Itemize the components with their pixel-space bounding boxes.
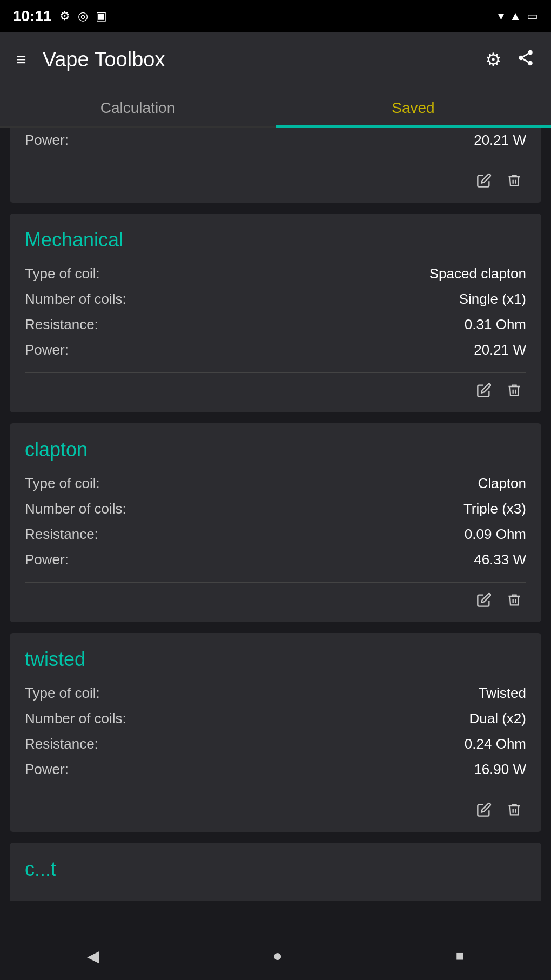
mechanical-card-actions bbox=[25, 373, 526, 412]
clapton-edit-button[interactable] bbox=[476, 592, 492, 611]
partial-power-label: Power: bbox=[25, 132, 69, 149]
twisted-power-row: Power: 16.90 W bbox=[25, 757, 526, 782]
clapton-coil-type-row: Type of coil: Clapton bbox=[25, 471, 526, 496]
status-left: 10:11 ⚙ ◎ ▣ bbox=[13, 8, 107, 25]
card-mechanical-title: Mechanical bbox=[25, 229, 526, 251]
twisted-resistance-row: Resistance: 0.24 Ohm bbox=[25, 731, 526, 757]
mechanical-resistance-label: Resistance: bbox=[25, 316, 98, 333]
settings-button[interactable]: ⚙ bbox=[485, 49, 501, 71]
card-clapton: clapton Type of coil: Clapton Number of … bbox=[10, 423, 541, 622]
at-status-icon: ◎ bbox=[78, 9, 88, 23]
clapton-power-value: 46.33 W bbox=[474, 551, 526, 568]
mechanical-power-row: Power: 20.21 W bbox=[25, 337, 526, 363]
partial-edit-button[interactable] bbox=[476, 173, 492, 192]
tabs: Calculation Saved bbox=[0, 86, 551, 128]
partial-power-row: Power: 20.21 W bbox=[25, 128, 526, 153]
mechanical-coil-type-value: Spaced clapton bbox=[429, 265, 526, 282]
mechanical-delete-button[interactable] bbox=[507, 383, 522, 402]
clapton-delete-button[interactable] bbox=[507, 592, 522, 611]
hamburger-menu-button[interactable]: ≡ bbox=[16, 50, 26, 70]
clapton-resistance-value: 0.09 Ohm bbox=[465, 526, 526, 543]
card-clapton-title: clapton bbox=[25, 438, 526, 461]
clapton-resistance-row: Resistance: 0.09 Ohm bbox=[25, 522, 526, 547]
card-mechanical: Mechanical Type of coil: Spaced clapton … bbox=[10, 214, 541, 412]
mechanical-num-coils-value: Single (x1) bbox=[459, 291, 526, 308]
mechanical-power-value: 20.21 W bbox=[474, 342, 526, 358]
mechanical-coil-type-label: Type of coil: bbox=[25, 265, 100, 282]
clapton-power-row: Power: 46.33 W bbox=[25, 547, 526, 572]
partial-delete-button[interactable] bbox=[507, 173, 522, 192]
app-bar-actions: ⚙ bbox=[485, 49, 535, 71]
app-bar: ≡ Vape Toolbox ⚙ bbox=[0, 32, 551, 86]
twisted-resistance-label: Resistance: bbox=[25, 736, 98, 752]
mechanical-coil-type-row: Type of coil: Spaced clapton bbox=[25, 261, 526, 286]
twisted-num-coils-value: Dual (x2) bbox=[469, 710, 526, 727]
mechanical-resistance-value: 0.31 Ohm bbox=[465, 316, 526, 333]
twisted-power-value: 16.90 W bbox=[474, 761, 526, 778]
app-title: Vape Toolbox bbox=[43, 48, 469, 71]
svg-point-2 bbox=[528, 61, 533, 65]
twisted-coil-type-label: Type of coil: bbox=[25, 685, 100, 702]
battery-icon: ▭ bbox=[527, 9, 538, 23]
twisted-coil-type-row: Type of coil: Twisted bbox=[25, 681, 526, 706]
twisted-num-coils-row: Number of coils: Dual (x2) bbox=[25, 706, 526, 731]
back-button[interactable]: ◀ bbox=[87, 946, 99, 965]
mechanical-edit-button[interactable] bbox=[476, 383, 492, 402]
clapton-num-coils-label: Number of coils: bbox=[25, 501, 126, 517]
svg-point-0 bbox=[528, 50, 533, 55]
clapton-power-label: Power: bbox=[25, 551, 69, 568]
svg-line-4 bbox=[523, 54, 528, 57]
sim-status-icon: ▣ bbox=[96, 9, 107, 23]
status-time: 10:11 bbox=[13, 8, 52, 25]
card-twisted: twisted Type of coil: Twisted Number of … bbox=[10, 633, 541, 832]
clapton-resistance-label: Resistance: bbox=[25, 526, 98, 543]
card-peek-title: c...t bbox=[25, 858, 526, 881]
card-twisted-title: twisted bbox=[25, 648, 526, 671]
home-button[interactable]: ● bbox=[273, 946, 283, 965]
recent-button[interactable]: ■ bbox=[456, 948, 465, 964]
status-bar: 10:11 ⚙ ◎ ▣ ▾ ▲ ▭ bbox=[0, 0, 551, 32]
content: Power: 20.21 W bbox=[0, 128, 551, 961]
tab-calculation[interactable]: Calculation bbox=[0, 86, 276, 126]
partial-power-value: 20.21 W bbox=[474, 132, 526, 149]
mechanical-num-coils-label: Number of coils: bbox=[25, 291, 126, 308]
status-right: ▾ ▲ ▭ bbox=[498, 9, 538, 23]
svg-line-3 bbox=[523, 59, 528, 62]
twisted-delete-button[interactable] bbox=[507, 802, 522, 821]
mechanical-power-label: Power: bbox=[25, 342, 69, 358]
twisted-num-coils-label: Number of coils: bbox=[25, 710, 126, 727]
twisted-coil-type-value: Twisted bbox=[479, 685, 526, 702]
card-peek-next: c...t bbox=[10, 843, 541, 901]
twisted-card-actions bbox=[25, 792, 526, 832]
share-button[interactable] bbox=[516, 49, 535, 71]
clapton-num-coils-row: Number of coils: Triple (x3) bbox=[25, 496, 526, 522]
clapton-coil-type-value: Clapton bbox=[478, 475, 526, 492]
clapton-card-actions bbox=[25, 583, 526, 622]
svg-point-1 bbox=[519, 55, 523, 60]
twisted-power-label: Power: bbox=[25, 761, 69, 778]
settings-status-icon: ⚙ bbox=[59, 9, 70, 23]
bottom-nav: ◀ ● ■ bbox=[0, 931, 551, 980]
clapton-num-coils-value: Triple (x3) bbox=[463, 501, 526, 517]
mechanical-resistance-row: Resistance: 0.31 Ohm bbox=[25, 312, 526, 337]
twisted-resistance-value: 0.24 Ohm bbox=[465, 736, 526, 752]
tab-saved[interactable]: Saved bbox=[276, 86, 551, 126]
wifi-icon: ▾ bbox=[498, 9, 504, 23]
card-partial-top: Power: 20.21 W bbox=[10, 128, 541, 203]
mechanical-num-coils-row: Number of coils: Single (x1) bbox=[25, 286, 526, 312]
twisted-edit-button[interactable] bbox=[476, 802, 492, 821]
clapton-coil-type-label: Type of coil: bbox=[25, 475, 100, 492]
partial-card-actions bbox=[25, 163, 526, 203]
signal-icon: ▲ bbox=[509, 9, 521, 23]
